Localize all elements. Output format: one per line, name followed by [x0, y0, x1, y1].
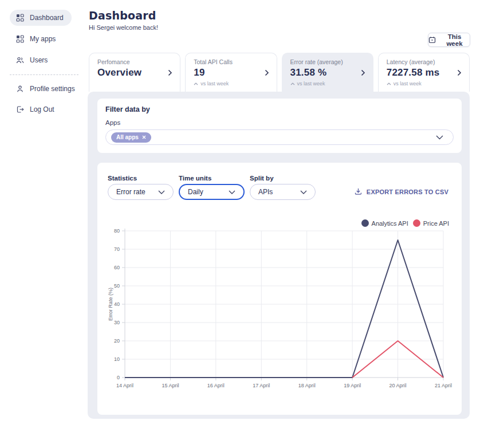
svg-text:60: 60 — [114, 265, 120, 270]
calendar-icon — [428, 36, 436, 44]
svg-text:80: 80 — [114, 228, 120, 234]
logout-icon — [16, 105, 24, 113]
sidebar-item-label: My apps — [30, 35, 56, 43]
chart-legend: Analytics APIPrice API — [361, 219, 449, 227]
svg-text:20 April: 20 April — [389, 383, 407, 388]
sidebar-item-label: Users — [30, 56, 48, 64]
chevron-down-icon — [436, 135, 443, 140]
stat-card-label: Total API Calls — [194, 58, 269, 65]
caret-up-icon — [194, 82, 198, 85]
greeting-text: Hi Sergei welcome back! — [89, 24, 158, 31]
legend-label: Price API — [423, 220, 449, 227]
stat-card-latency[interactable]: Latency (average) 7227.58 ms vs last wee… — [378, 53, 470, 92]
chevron-right-icon — [265, 69, 269, 76]
svg-text:10: 10 — [114, 356, 120, 362]
download-icon — [355, 188, 362, 195]
split-by-select[interactable]: APIs — [250, 184, 316, 200]
person-icon — [16, 85, 24, 93]
stat-card-performance[interactable]: Perfomance Overview — [89, 53, 180, 92]
stat-card-label: Latency (average) — [387, 58, 462, 65]
stat-card-delta: vs last week — [387, 81, 462, 87]
app-window: Dashboard My apps Users Profile settings — [0, 0, 488, 448]
stat-card-error-rate[interactable]: Error rate (average) 31.58 % vs last wee… — [282, 53, 373, 92]
time-units-select[interactable]: Daily — [179, 184, 245, 200]
stat-card-delta: vs last week — [290, 81, 366, 87]
legend-label: Analytics API — [372, 220, 408, 227]
stat-card-label: Error rate (average) — [290, 58, 366, 65]
stat-card-value: Overview — [97, 67, 173, 78]
content-region: Filter data by Apps All apps Statistics … — [88, 92, 470, 419]
apps-filter-label: Apps — [105, 119, 454, 126]
statistics-panel: Statistics Error rate Time units Daily S… — [97, 163, 462, 415]
chevron-down-icon — [300, 190, 307, 194]
legend-dot — [361, 219, 369, 227]
page-title: Dashboard — [89, 9, 156, 22]
sidebar-item-label: Log Out — [30, 105, 54, 113]
stat-card-value: 31.58 % — [290, 67, 366, 78]
error-rate-chart: 0102030405060708014 April15 April16 Apri… — [97, 228, 462, 398]
sidebar-item-users[interactable]: Users — [10, 52, 56, 68]
svg-text:40: 40 — [114, 301, 120, 307]
stat-card-label: Perfomance — [97, 58, 173, 65]
chevron-right-icon — [361, 69, 365, 76]
svg-text:21 April: 21 April — [435, 383, 452, 388]
remove-chip-icon[interactable] — [142, 135, 146, 139]
apps-multiselect[interactable]: All apps — [105, 129, 454, 145]
stat-card-delta: vs last week — [194, 81, 269, 87]
legend-dot — [413, 219, 420, 227]
svg-text:19 April: 19 April — [344, 383, 361, 388]
statistics-select[interactable]: Error rate — [108, 184, 174, 200]
filter-panel-title: Filter data by — [105, 105, 454, 113]
chevron-down-icon — [229, 190, 235, 194]
svg-text:16 April: 16 April — [207, 383, 225, 388]
chevron-right-icon — [457, 69, 462, 76]
users-icon — [16, 56, 24, 64]
grid-icon — [16, 35, 24, 43]
grid-icon — [16, 14, 24, 22]
sidebar-item-dashboard[interactable]: Dashboard — [10, 10, 72, 26]
time-units-label: Time units — [179, 175, 211, 182]
sidebar-item-my-apps[interactable]: My apps — [10, 31, 64, 47]
svg-text:30: 30 — [114, 320, 120, 325]
svg-text:14 April: 14 April — [116, 383, 133, 388]
apps-filter-chip[interactable]: All apps — [111, 132, 151, 143]
statistics-label: Statistics — [108, 175, 137, 182]
export-errors-to-csv-button[interactable]: EXPORT ERRORS TO CSV — [355, 188, 448, 195]
sidebar: Dashboard My apps Users Profile settings — [0, 0, 86, 448]
sidebar-item-profile-settings[interactable]: Profile settings — [10, 81, 83, 97]
svg-text:70: 70 — [114, 246, 120, 252]
sidebar-item-label: Dashboard — [30, 14, 64, 22]
split-by-label: Split by — [250, 175, 274, 182]
legend-item[interactable]: Analytics API — [361, 219, 408, 227]
filter-panel: Filter data by Apps All apps — [97, 99, 462, 153]
sidebar-item-label: Profile settings — [30, 85, 75, 93]
svg-text:0: 0 — [117, 375, 120, 380]
period-selector-button[interactable]: This week — [428, 33, 470, 47]
legend-item[interactable]: Price API — [413, 219, 449, 227]
stat-card-value: 7227.58 ms — [387, 67, 462, 78]
svg-text:Error Rate (%): Error Rate (%) — [108, 288, 113, 321]
caret-up-icon — [387, 82, 391, 85]
stat-card-value: 19 — [194, 67, 269, 78]
stat-cards-row: Perfomance Overview Total API Calls 19 v… — [89, 53, 470, 92]
svg-text:17 April: 17 April — [253, 383, 270, 388]
svg-text:15 April: 15 April — [162, 383, 179, 388]
sidebar-divider — [10, 74, 78, 75]
stat-card-total-api-calls[interactable]: Total API Calls 19 vs last week — [185, 53, 277, 92]
svg-text:18 April: 18 April — [298, 383, 316, 388]
chevron-down-icon — [158, 190, 165, 194]
chevron-right-icon — [168, 69, 172, 76]
sidebar-item-log-out[interactable]: Log Out — [10, 101, 62, 117]
caret-up-icon — [290, 82, 295, 85]
svg-text:20: 20 — [114, 338, 120, 344]
svg-text:50: 50 — [114, 283, 120, 289]
